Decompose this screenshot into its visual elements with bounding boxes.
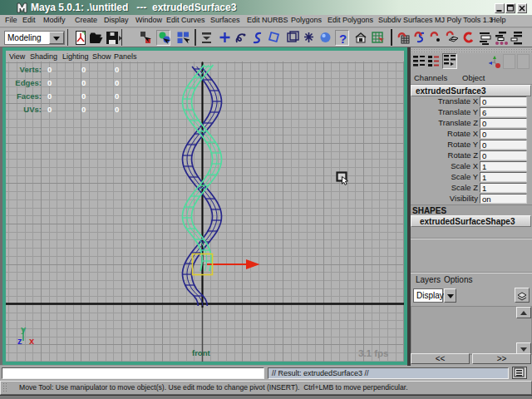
svg-text:z: z xyxy=(17,336,22,346)
svg-text:x: x xyxy=(29,336,35,346)
svg-text:?: ? xyxy=(339,32,347,46)
